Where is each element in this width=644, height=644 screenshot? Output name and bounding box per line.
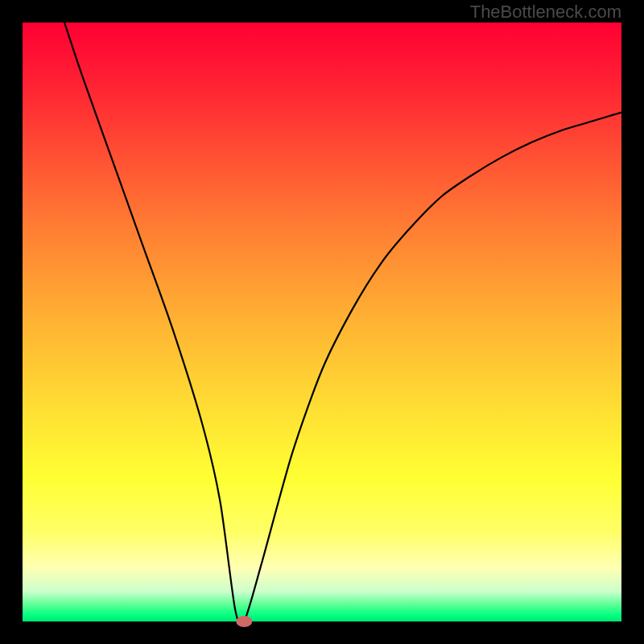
optimal-point-marker xyxy=(236,616,252,627)
plot-gradient-background xyxy=(23,23,621,621)
chart-frame: TheBottleneck.com xyxy=(0,0,644,644)
bottleneck-curve xyxy=(64,23,621,625)
chart-svg xyxy=(23,23,621,621)
watermark-text: TheBottleneck.com xyxy=(470,2,621,23)
